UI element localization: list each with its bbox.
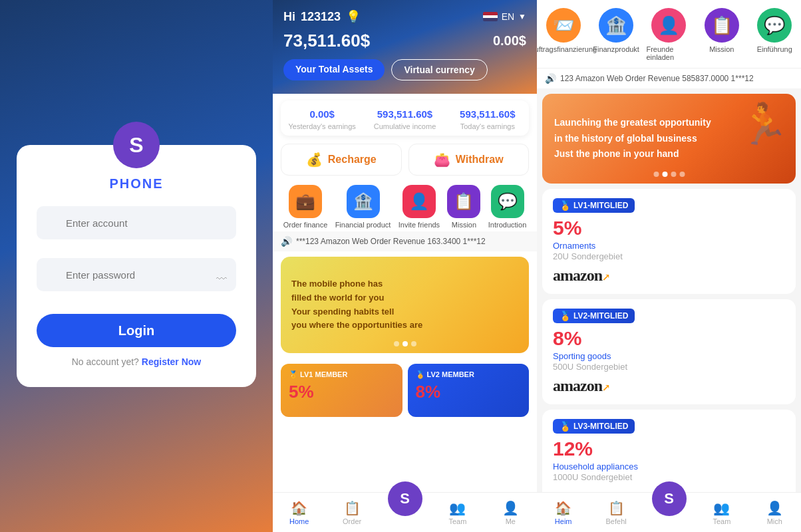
mid-member-row: 🏅 LV1 MEMBER 5% 🏅 LV2 MEMBER 8% bbox=[273, 358, 537, 422]
order-icon: 📋 bbox=[344, 500, 361, 516]
account-input[interactable] bbox=[37, 206, 236, 239]
right-ticker: 🔊 123 Amazon Web Order Revenue 585837.00… bbox=[537, 68, 801, 88]
action-row: 💰 Recharge 👛 Withdraw bbox=[273, 136, 537, 180]
icon-introduction[interactable]: 💬 Introduction bbox=[488, 185, 526, 229]
lv2-mitglied-card: 🏅 LV2-MITGLIED 8% Sporting goods 500U So… bbox=[542, 299, 796, 404]
heim-label: Heim bbox=[555, 517, 572, 525]
mich-icon: 👤 bbox=[766, 500, 783, 516]
no-account-text: No account yet? bbox=[72, 356, 139, 367]
today-value: 593,511.60$ bbox=[460, 108, 515, 120]
rdot-1 bbox=[653, 172, 659, 177]
login-button[interactable]: Login bbox=[37, 314, 236, 347]
nav-home[interactable]: 🏠 Home bbox=[273, 500, 325, 525]
right-nav-avatar: S bbox=[652, 481, 687, 516]
withdraw-label: Withdraw bbox=[456, 154, 504, 166]
lang-text: EN bbox=[502, 11, 514, 22]
flag-icon bbox=[483, 12, 498, 21]
password-input[interactable] bbox=[37, 258, 236, 291]
icon-order-finance[interactable]: 💼 Order finance bbox=[283, 185, 328, 229]
recharge-icon: 💰 bbox=[306, 152, 323, 168]
right-team-label: Team bbox=[713, 517, 730, 525]
register-row: No account yet? Register Now bbox=[72, 356, 202, 367]
lv2-amazon-logo: amazon↗ bbox=[553, 377, 609, 395]
password-input-wrap: 🔒 〰 bbox=[37, 258, 236, 301]
cumulative-value: 593,511.60$ bbox=[377, 108, 432, 120]
icon-financial-product[interactable]: 🏦 Financial product bbox=[335, 185, 391, 229]
right-bottom-nav: 🏠 Heim 📋 Befehl S 👥 Team 👤 Mich bbox=[537, 492, 801, 532]
dot-2 bbox=[402, 341, 408, 346]
lv3-badge-text: LV3-MITGLIED bbox=[573, 422, 628, 431]
mich-label: Mich bbox=[767, 517, 782, 525]
speaker-icon: 🔊 bbox=[281, 236, 292, 247]
financial-product-icon: 🏦 bbox=[347, 185, 380, 218]
lv1-badge-text: LV1-MITGLIED bbox=[573, 201, 628, 210]
icon-invite-friends[interactable]: 👤 Invite friends bbox=[399, 185, 440, 229]
nav-me[interactable]: 👤 Me bbox=[484, 500, 537, 525]
withdraw-button[interactable]: 👛 Withdraw bbox=[408, 144, 530, 176]
nav-center[interactable]: S bbox=[379, 481, 431, 531]
lv2-mitglied-sub: 500U Sondergebiet bbox=[553, 362, 627, 372]
team-icon: 👥 bbox=[449, 500, 466, 516]
right-top-icons: 📨 Auftragsfinanzierung 🏦 Finanzprodukt 👤… bbox=[537, 0, 801, 68]
right-mission-icon: 📋 bbox=[705, 8, 739, 43]
right-nav-center[interactable]: S bbox=[643, 481, 695, 531]
right-speaker-icon: 🔊 bbox=[545, 73, 556, 84]
nav-home-label: Home bbox=[289, 517, 309, 525]
cumulative-income: 593,511.60$ Cumulative income bbox=[363, 108, 446, 130]
withdraw-icon: 👛 bbox=[434, 152, 450, 168]
mid-banner-text: The mobile phone hasfilled the world for… bbox=[291, 277, 422, 332]
home-icon: 🏠 bbox=[291, 500, 307, 516]
recharge-label: Recharge bbox=[328, 154, 377, 166]
right-icon-freunde[interactable]: 👤 Freunde einladen bbox=[646, 8, 691, 61]
mid-ticker: 🔊 ***123 Amazon Web Order Revenue 163.34… bbox=[273, 231, 537, 251]
lv1-mitglied-card: 🏅 LV1-MITGLIED 5% Ornaments 20U Sonderge… bbox=[542, 189, 796, 294]
right-nav-mich[interactable]: 👤 Mich bbox=[748, 500, 801, 525]
right-icon-einfuhrung[interactable]: 💬 Einführung bbox=[752, 8, 797, 61]
register-link[interactable]: Register Now bbox=[142, 356, 201, 367]
einfuhrung-icon: 💬 bbox=[757, 8, 792, 43]
recharge-button[interactable]: 💰 Recharge bbox=[281, 144, 402, 176]
right-team-icon: 👥 bbox=[713, 500, 730, 516]
nav-order[interactable]: 📋 Order bbox=[325, 500, 378, 525]
mission-label: Mission bbox=[452, 221, 476, 229]
medal-icon-3: 🏅 bbox=[560, 421, 571, 432]
lv2-pct: 8% bbox=[416, 382, 522, 402]
right-panel: 📨 Auftragsfinanzierung 🏦 Finanzprodukt 👤… bbox=[537, 0, 801, 532]
me-icon: 👤 bbox=[502, 500, 519, 516]
balance-secondary: 0.00$ bbox=[493, 33, 526, 49]
order-finance-label: Order finance bbox=[283, 221, 328, 229]
nav-me-label: Me bbox=[506, 517, 516, 525]
lang-row[interactable]: EN ▼ bbox=[483, 11, 526, 22]
right-nav-heim[interactable]: 🏠 Heim bbox=[537, 500, 589, 525]
today-earnings: 593,511.60$ Today's earnings bbox=[446, 108, 529, 130]
tab-virtual-currency[interactable]: Virtual currency bbox=[391, 59, 487, 80]
balance-main: 73,511.60$ bbox=[283, 31, 370, 51]
rdot-2 bbox=[662, 172, 667, 177]
earnings-row: 0.00$ Yesterday's earnings 593,511.60$ C… bbox=[281, 100, 529, 136]
right-nav-team[interactable]: 👥 Team bbox=[695, 500, 748, 525]
nav-team[interactable]: 👥 Team bbox=[431, 500, 484, 525]
mid-banner-dots bbox=[394, 341, 416, 346]
icon-mission[interactable]: 📋 Mission bbox=[447, 185, 480, 229]
chevron-down-icon: ▼ bbox=[518, 12, 526, 21]
mid-bottom-nav: 🏠 Home 📋 Order S 👥 Team 👤 Me bbox=[273, 492, 537, 532]
medal-icon-2: 🏅 bbox=[560, 311, 571, 321]
invite-friends-label: Invite friends bbox=[399, 221, 440, 229]
freunde-icon: 👤 bbox=[651, 8, 686, 43]
eye-icon[interactable]: 〰 bbox=[216, 273, 227, 285]
right-icon-mission[interactable]: 📋 Mission bbox=[699, 8, 744, 61]
amazon-arrow-1: ↗ bbox=[602, 273, 609, 283]
befehl-label: Befehl bbox=[606, 517, 627, 525]
mission-icon: 📋 bbox=[447, 185, 480, 218]
right-nav-befehl[interactable]: 📋 Befehl bbox=[589, 500, 642, 525]
tab-total-assets[interactable]: Your Total Assets bbox=[283, 59, 385, 80]
login-card: S PHONE 👤 🔒 〰 Login No account yet? Regi… bbox=[17, 145, 256, 387]
auftragsfinanzierung-label: Auftragsfinanzierung bbox=[537, 45, 597, 53]
right-icon-auftragsfinanzierung[interactable]: 📨 Auftragsfinanzierung bbox=[541, 8, 586, 61]
right-icon-finanzprodukt[interactable]: 🏦 Finanzprodukt bbox=[593, 8, 639, 61]
financial-product-label: Financial product bbox=[335, 221, 391, 229]
introduction-icon: 💬 bbox=[491, 185, 524, 218]
lv2-member-card: 🏅 LV2 MEMBER 8% bbox=[408, 364, 530, 417]
lv1-member-card: 🏅 LV1 MEMBER 5% bbox=[281, 364, 402, 417]
amazon-arrow-2: ↗ bbox=[602, 383, 609, 393]
